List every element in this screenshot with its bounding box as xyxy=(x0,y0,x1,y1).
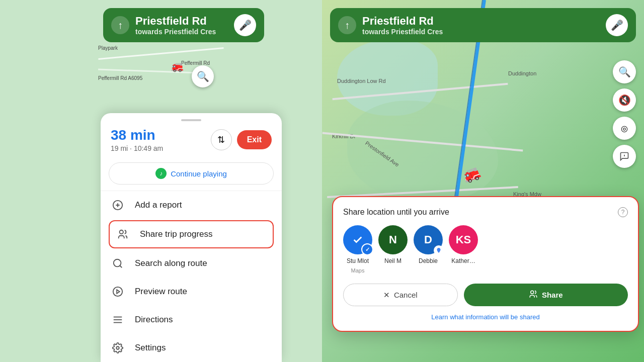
map-label-duddington: Duddington Low Rd xyxy=(337,78,386,84)
menu-item-directions[interactable]: Directions xyxy=(101,306,282,334)
continue-playing-button[interactable]: ♪ Continue playing xyxy=(109,162,274,185)
highlighted-item-wrapper: Share trip progress xyxy=(101,219,282,249)
search-fab-left[interactable]: 🔍 xyxy=(192,65,214,87)
sheet-action-buttons: ⇅ Exit xyxy=(211,129,272,150)
directions-label: Directions xyxy=(135,315,173,325)
share-trip-icon xyxy=(116,227,130,241)
contact-avatar-stu xyxy=(343,225,372,254)
contact-name-debbie: Debbie xyxy=(419,257,438,264)
compass-fab[interactable]: ◎ xyxy=(613,117,636,140)
svg-point-8 xyxy=(116,346,119,349)
bottom-sheet: 38 min 19 mi · 10:49 am ⇅ Exit ♪ Continu… xyxy=(101,113,282,362)
contact-name-kather: Kather… xyxy=(451,257,475,264)
directions-icon xyxy=(111,313,125,327)
mic-button-left[interactable]: 🎤 xyxy=(234,14,256,36)
contact-avatar-kather: KS xyxy=(449,225,478,254)
sheet-handle xyxy=(181,119,201,121)
exit-button[interactable]: Exit xyxy=(237,130,272,149)
nav-direction-arrow-left: ↑ xyxy=(111,16,129,34)
share-dialog-title-text: Share location until you arrive xyxy=(343,208,449,217)
nav-text-left: Priestfield Rd towards Priestfield Cres xyxy=(129,15,234,36)
swap-button[interactable]: ⇅ xyxy=(211,129,232,150)
menu-item-share-trip[interactable]: Share trip progress xyxy=(109,220,274,248)
spotify-icon: ♪ xyxy=(155,168,167,179)
map-label-playpark: Playpark xyxy=(98,45,118,51)
share-trip-label: Share trip progress xyxy=(140,229,213,239)
chat-fab[interactable] xyxy=(613,145,636,168)
share-dialog-title-row: Share location until you arrive ? xyxy=(343,207,628,217)
contact-stu[interactable]: Stu Mlot Maps xyxy=(343,225,372,274)
cancel-x-icon: ✕ xyxy=(383,291,390,300)
eta-row: 38 min 19 mi · 10:49 am ⇅ Exit xyxy=(101,127,282,158)
maps-badge-stu xyxy=(363,245,373,255)
svg-marker-4 xyxy=(117,290,120,293)
settings-icon xyxy=(111,341,125,355)
mute-fab[interactable]: 🔇 xyxy=(613,88,636,112)
add-report-label: Add a report xyxy=(135,200,182,210)
svg-point-12 xyxy=(531,291,534,294)
svg-point-1 xyxy=(120,230,123,234)
left-panel: Playpark Peffermill Rd A6095 Peffermill … xyxy=(0,0,322,362)
maps-badge-debbie xyxy=(434,245,444,255)
share-label: Share xyxy=(542,291,563,299)
dialog-actions: ✕ Cancel Share xyxy=(343,284,628,306)
contact-kather[interactable]: KS Kather… xyxy=(449,225,478,274)
contact-name-stu: Stu Mlot xyxy=(347,257,369,264)
search-route-label: Search along route xyxy=(135,258,207,268)
svg-point-2 xyxy=(114,259,121,267)
add-report-icon xyxy=(111,198,125,212)
settings-label: Settings xyxy=(135,343,166,353)
contact-name-neil: Neil M xyxy=(384,257,401,264)
nav-towards-left: towards Priestfield Cres xyxy=(135,28,228,36)
menu-item-preview-route[interactable]: Preview route xyxy=(101,278,282,306)
map-label-duddington2: Duddington xyxy=(508,70,536,76)
search-fab-right[interactable]: 🔍 xyxy=(613,60,636,83)
contact-neil[interactable]: N Neil M xyxy=(378,225,408,274)
preview-route-label: Preview route xyxy=(135,287,187,297)
map-label-peffermill: Peffermill Rd A6095 xyxy=(98,75,142,81)
cancel-button[interactable]: ✕ Cancel xyxy=(343,284,458,306)
nav-header-right: ↑ Priestfield Rd towards Priestfield Cre… xyxy=(330,8,636,42)
menu-item-add-report[interactable]: Add a report xyxy=(101,191,282,219)
contact-avatar-debbie: D xyxy=(414,225,443,254)
eta-minutes: 38 min xyxy=(111,127,163,143)
menu-item-search-route[interactable]: Search along route xyxy=(101,249,282,278)
right-panel: Duddington Low Rd Duddington Kirkhill Dr… xyxy=(322,0,644,362)
search-route-icon xyxy=(111,256,125,270)
svg-point-3 xyxy=(113,287,122,296)
share-location-dialog: Share location until you arrive ? Stu Ml… xyxy=(332,196,639,332)
learn-more-link[interactable]: Learn what information will be shared xyxy=(343,313,628,321)
continue-playing-label: Continue playing xyxy=(171,169,227,178)
mic-button-right[interactable]: 🎤 xyxy=(606,14,628,36)
nav-street-right: Priestfield Rd xyxy=(362,15,600,28)
share-button[interactable]: Share xyxy=(464,284,628,306)
svg-point-11 xyxy=(367,249,369,251)
eta-details: 19 mi · 10:49 am xyxy=(111,144,163,152)
contact-avatar-neil: N xyxy=(378,225,408,254)
nav-direction-arrow-right: ↑ xyxy=(338,16,356,34)
contacts-row: Stu Mlot Maps N Neil M D Debbie xyxy=(343,225,628,274)
share-people-icon xyxy=(529,290,538,300)
continue-playing-row: ♪ Continue playing xyxy=(101,158,282,191)
nav-text-right: Priestfield Rd towards Priestfield Cres xyxy=(356,15,606,36)
nav-header-left: ↑ Priestfield Rd towards Priestfield Cre… xyxy=(103,8,264,42)
preview-route-icon xyxy=(111,285,125,299)
menu-item-settings[interactable]: Settings xyxy=(101,334,282,362)
contact-sub-stu: Maps xyxy=(351,267,365,274)
eta-info: 38 min 19 mi · 10:49 am xyxy=(111,127,163,152)
cancel-label: Cancel xyxy=(394,291,418,299)
nav-towards-right: towards Priestfield Cres xyxy=(362,28,600,36)
contact-debbie[interactable]: D Debbie xyxy=(414,225,443,274)
help-icon[interactable]: ? xyxy=(618,207,628,217)
car-marker-left: 🚒 xyxy=(171,60,184,72)
map-label-peffermill2: Peffermill Rd xyxy=(181,60,210,66)
nav-street-left: Priestfield Rd xyxy=(135,15,228,28)
right-fabs: 🔍 🔇 ◎ xyxy=(613,60,636,168)
